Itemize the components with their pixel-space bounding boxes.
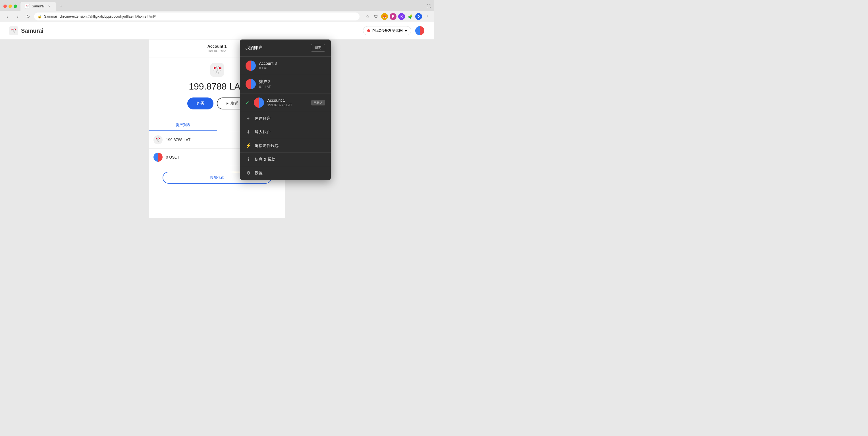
account2-name: 账户 2	[259, 79, 325, 85]
usdt-token-icon	[153, 153, 162, 162]
network-status-dot	[367, 29, 370, 32]
account-menu-dropdown: 我的账户 锁定 Account 3 0 LAT	[240, 39, 331, 180]
svg-text:🎌: 🎌	[10, 27, 17, 34]
tab-favicon-icon: 🎌	[25, 4, 30, 8]
account3-balance: 0 LAT	[259, 66, 325, 70]
network-selector[interactable]: PlatON开发测试网 ▾	[363, 26, 411, 35]
forward-btn[interactable]: ›	[13, 12, 22, 21]
account1-name: Account 1	[268, 98, 308, 103]
settings-label: 设置	[255, 170, 262, 176]
menu-btn[interactable]: ⋮	[424, 13, 431, 20]
tab-assets[interactable]: 资产列表	[149, 120, 217, 131]
import-account-item[interactable]: ⬇ 导入账户	[240, 125, 331, 139]
password-extension-btn[interactable]: P	[390, 13, 397, 20]
account-item-1[interactable]: ✓ Account 1 199.878775 LAT 已导入	[240, 94, 331, 112]
hardware-wallet-label: 链接硬件钱包	[255, 143, 279, 148]
account1-balance: 199.878775 LAT	[268, 103, 308, 107]
wallet-balance: 199.8788 LAT	[189, 81, 245, 92]
account-item-3[interactable]: Account 3 0 LAT	[240, 57, 331, 75]
create-account-label: 创建账户	[255, 116, 271, 121]
account2-avatar	[246, 79, 256, 89]
back-btn[interactable]: ‹	[3, 12, 11, 21]
svg-text:🎌: 🎌	[155, 137, 161, 143]
settings-item[interactable]: ⚙ 设置	[240, 166, 331, 180]
maximize-window-btn[interactable]	[13, 4, 17, 8]
app-logo: 🎌 Samurai	[9, 26, 43, 35]
lock-btn[interactable]: 锁定	[311, 44, 325, 52]
reload-btn[interactable]: ↻	[24, 12, 32, 21]
account-item-2[interactable]: 账户 2 0.1 LAT	[240, 75, 331, 94]
hardware-wallet-item[interactable]: ⚡ 链接硬件钱包	[240, 139, 331, 153]
address-bar[interactable]: 🔒 Samurai | chrome-extension://akffjgkal…	[34, 12, 360, 21]
download-icon: ⬇	[246, 129, 251, 135]
send-label: 发送	[230, 101, 239, 106]
browser-tab[interactable]: 🎌 Samurai ✕	[21, 2, 56, 11]
import-account-label: 导入账户	[255, 130, 271, 135]
buy-btn[interactable]: 购买	[187, 97, 213, 110]
samurai-logo-icon: 🎌	[9, 26, 18, 35]
account-menu-title: 我的账户	[246, 45, 262, 51]
lock-icon: 🔒	[37, 14, 42, 19]
lat-token-icon: 🎌	[153, 135, 162, 145]
bookmark-btn[interactable]: ☆	[364, 13, 371, 20]
lat-amount: 199.8788 LAT	[166, 137, 191, 142]
wallet-cube-logo: 🎌	[210, 63, 224, 78]
metamask-extension-btn[interactable]: 🦊	[381, 13, 388, 20]
minimize-window-btn[interactable]	[8, 4, 12, 8]
tab-title: Samurai	[32, 4, 44, 8]
imported-badge: 已导入	[311, 100, 325, 105]
account2-balance: 0.1 LAT	[259, 85, 325, 89]
tab-close-btn[interactable]: ✕	[47, 4, 52, 8]
account1-avatar	[254, 97, 264, 108]
create-account-item[interactable]: + 创建账户	[240, 112, 331, 125]
svg-text:🎌: 🎌	[26, 4, 29, 8]
usdt-amount: 0 USDT	[166, 155, 180, 159]
app-name: Samurai	[21, 28, 43, 34]
gear-icon: ⚙	[246, 170, 251, 176]
info-icon: ℹ	[246, 157, 251, 162]
profile-btn[interactable]: D	[415, 13, 422, 20]
account-avatar-btn[interactable]	[415, 26, 425, 36]
plus-icon: +	[246, 116, 251, 121]
address-text: Samurai | chrome-extension://akffjgkaljc…	[44, 14, 156, 19]
fullscreen-icon: ⛶	[427, 4, 431, 8]
close-window-btn[interactable]	[3, 4, 7, 8]
account3-name: Account 3	[259, 61, 325, 66]
hardware-icon: ⚡	[246, 143, 251, 148]
info-help-item[interactable]: ℹ 信息 & 帮助	[240, 153, 331, 166]
chevron-down-icon: ▾	[405, 29, 407, 33]
account3-avatar	[246, 61, 256, 71]
info-help-label: 信息 & 帮助	[255, 157, 275, 162]
svg-text:🎌: 🎌	[212, 65, 223, 75]
new-tab-btn[interactable]: +	[57, 2, 65, 10]
send-icon: ✈	[225, 101, 229, 106]
active-check-icon: ✓	[246, 100, 249, 105]
klever-extension-btn[interactable]: K	[398, 13, 405, 20]
extensions-btn[interactable]: 🧩	[407, 13, 413, 20]
network-label: PlatON开发测试网	[372, 28, 403, 33]
shield-extension-btn[interactable]: 🛡	[373, 13, 379, 20]
